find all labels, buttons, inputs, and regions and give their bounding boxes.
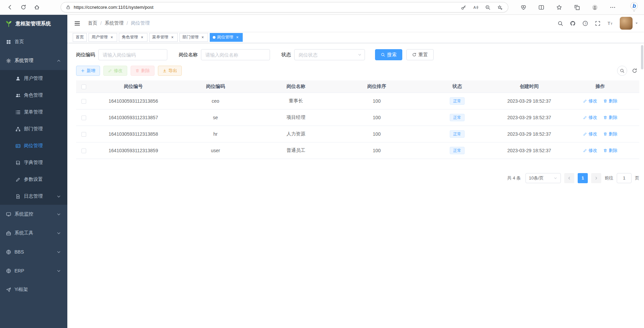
toggle-search-button[interactable] [617, 66, 627, 76]
row-checkbox[interactable] [81, 132, 86, 137]
column-header: 操作 [561, 80, 639, 93]
edit-row-link[interactable]: 修改 [583, 114, 597, 121]
delete-row-link[interactable]: 删除 [603, 147, 617, 154]
status-select[interactable] [294, 49, 365, 60]
home-icon[interactable] [32, 2, 42, 12]
row-checkbox[interactable] [81, 99, 86, 104]
browser-essentials-icon[interactable] [519, 3, 528, 11]
refresh-table-button[interactable] [632, 68, 637, 73]
breadcrumb-item[interactable]: 系统管理 [105, 20, 124, 26]
goto-page-input[interactable] [617, 173, 632, 183]
tab-dept[interactable]: 部门管理× [179, 33, 208, 42]
fullscreen-icon[interactable] [595, 21, 601, 26]
tab-post[interactable]: 岗位管理× [210, 33, 243, 42]
close-tab-icon[interactable]: × [200, 35, 205, 40]
zoom-out-icon[interactable] [484, 4, 491, 11]
profile-avatar-icon[interactable] [591, 3, 599, 11]
cell-post-id: 1641030593112313857 [91, 109, 175, 126]
favorite-add-icon[interactable] [497, 4, 503, 11]
key-icon[interactable] [460, 4, 467, 11]
search-icon[interactable] [557, 21, 563, 26]
sidebar-item-user[interactable]: 用户管理 [0, 70, 67, 87]
user-menu[interactable] [620, 17, 639, 30]
close-tab-icon[interactable]: × [170, 35, 175, 40]
close-tab-icon[interactable]: × [235, 35, 240, 40]
cell-post-id: 1641030593112313856 [91, 93, 175, 109]
prev-page-button[interactable] [564, 173, 574, 183]
refresh-icon[interactable] [18, 2, 28, 12]
close-tab-icon[interactable]: × [140, 35, 144, 40]
next-page-button[interactable] [591, 173, 601, 183]
tab-label: 菜单管理 [152, 34, 168, 40]
select-all-checkbox[interactable] [81, 85, 86, 89]
copilot-button[interactable]: b [628, 2, 640, 12]
sidebar-item-home[interactable]: 首页 [0, 32, 67, 51]
bing-copilot-icon: b [630, 2, 638, 10]
close-tab-icon[interactable]: × [109, 35, 114, 40]
page-size-select[interactable]: 10条/页 [526, 173, 561, 183]
reset-button[interactable]: 重置 [406, 49, 434, 60]
sidebar-item-role[interactable]: 角色管理 [0, 87, 67, 104]
status-badge: 正常 [450, 97, 465, 105]
collections-icon[interactable] [573, 3, 581, 11]
add-button[interactable]: 新增 [76, 66, 100, 76]
export-button[interactable]: 导出 [158, 66, 182, 76]
sidebar-item-log[interactable]: 日志管理 [0, 188, 67, 205]
status-badge: 正常 [450, 130, 465, 138]
delete-row-link[interactable]: 删除 [603, 131, 617, 137]
sidebar-item-param[interactable]: 参数设置 [0, 171, 67, 188]
sidebar-item-label: Yi框架 [14, 287, 61, 293]
address-bar[interactable]: https://ccnetcore.com:1101/system/post A [61, 2, 508, 12]
cell-created-time: 2023-03-29 18:52:37 [497, 93, 561, 109]
sidebar-item-dept[interactable]: 部门管理 [0, 121, 67, 137]
sidebar-item-tool[interactable]: 系统工具 [0, 224, 67, 242]
browser-toolbar: https://ccnetcore.com:1101/system/post A… [0, 0, 644, 15]
search-button[interactable]: 搜索 [375, 49, 402, 60]
sidebar-item-dict[interactable]: 字典管理 [0, 154, 67, 171]
scrollbar-thumb[interactable] [641, 45, 643, 69]
edit-row-link[interactable]: 修改 [583, 131, 597, 137]
font-size-icon[interactable]: TT [607, 21, 613, 26]
row-checkbox[interactable] [81, 116, 86, 120]
post-name-input[interactable] [201, 49, 270, 60]
sidebar-item-label: 系统工具 [14, 230, 53, 236]
sidebar-item-yi[interactable]: Yi框架 [0, 280, 67, 299]
favorites-icon[interactable] [555, 3, 563, 11]
edit-row-link[interactable]: 修改 [583, 147, 597, 154]
sidebar-item-monitor[interactable]: 系统监控 [0, 205, 67, 224]
more-icon[interactable] [609, 3, 617, 11]
sidebar-item-bbs[interactable]: BBS [0, 242, 67, 261]
sidebar-item-post[interactable]: 岗位管理 [0, 137, 67, 154]
post-code-input[interactable] [98, 49, 167, 60]
delete-button[interactable]: 删除 [131, 66, 155, 76]
status-select-input[interactable] [294, 49, 365, 60]
question-icon[interactable]: ? [582, 21, 588, 26]
page-1-button[interactable]: 1 [578, 173, 588, 183]
trash-icon [603, 149, 607, 153]
delete-row-link[interactable]: 删除 [603, 98, 617, 104]
breadcrumb: 首页/系统管理/岗位管理 [88, 20, 150, 26]
chevron-up-icon [56, 58, 61, 63]
back-icon[interactable] [5, 2, 15, 12]
sidebar-menu: 首页系统管理用户管理角色管理菜单管理部门管理岗位管理字典管理参数设置日志管理系统… [0, 32, 67, 299]
github-icon[interactable] [570, 21, 576, 26]
filter-form: 岗位编码 岗位名称 状态 搜索 重置 [76, 49, 639, 60]
site-info-lock-icon[interactable] [66, 5, 71, 10]
sidebar-item-system[interactable]: 系统管理 [0, 51, 67, 70]
edit-button[interactable]: 修改 [103, 66, 127, 76]
delete-row-link[interactable]: 删除 [603, 114, 617, 121]
edit-row-link[interactable]: 修改 [583, 98, 597, 104]
read-aloud-icon[interactable]: A [472, 4, 479, 11]
breadcrumb-item[interactable]: 首页 [88, 20, 97, 26]
tab-user[interactable]: 用户管理× [89, 33, 117, 42]
split-screen-icon[interactable] [537, 3, 545, 11]
tab-menu[interactable]: 菜单管理× [149, 33, 178, 42]
row-checkbox[interactable] [81, 149, 86, 153]
cell-post-name: 董事长 [256, 93, 336, 109]
tab-home[interactable]: 首页 [73, 33, 87, 42]
sidebar-item-menu[interactable]: 菜单管理 [0, 104, 67, 121]
chevron-down-icon [56, 212, 61, 217]
tab-role[interactable]: 角色管理× [119, 33, 147, 42]
sidebar-item-erp[interactable]: ERP [0, 261, 67, 280]
sidebar-toggle-icon[interactable] [73, 20, 82, 27]
